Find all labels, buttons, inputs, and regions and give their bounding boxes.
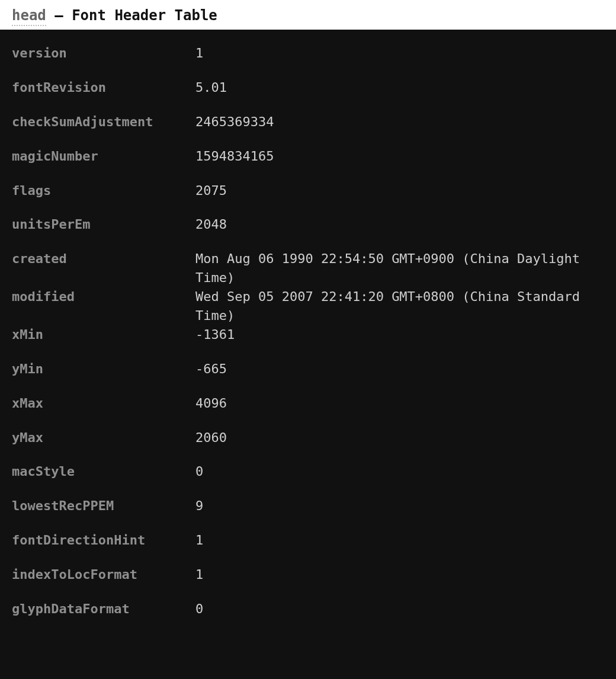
property-row: yMin-665 [12, 360, 604, 379]
property-value: -1361 [195, 325, 598, 344]
property-value: 0 [195, 600, 598, 619]
property-row: flags2075 [12, 181, 604, 200]
table-tag: head [12, 7, 46, 26]
property-key: magicNumber [12, 147, 195, 166]
property-value: 2465369334 [195, 113, 598, 132]
property-value: 1594834165 [195, 147, 598, 166]
property-row: xMax4096 [12, 394, 604, 413]
property-row: magicNumber1594834165 [12, 147, 604, 166]
property-value: 2075 [195, 181, 598, 200]
property-key: indexToLocFormat [12, 565, 195, 584]
table-title: Font Header Table [72, 7, 217, 24]
property-value: 1 [195, 565, 598, 584]
property-list: version1fontRevision5.01checkSumAdjustme… [0, 30, 616, 679]
property-value: Wed Sep 05 2007 22:41:20 GMT+0800 (China… [195, 287, 598, 325]
property-key: glyphDataFormat [12, 600, 195, 619]
property-value: 1 [195, 44, 598, 63]
header-separator: — [54, 7, 63, 24]
property-row: lowestRecPPEM9 [12, 497, 604, 515]
property-value: 0 [195, 462, 598, 481]
property-key: fontRevision [12, 78, 195, 97]
property-row: glyphDataFormat0 [12, 600, 604, 619]
font-header-panel: head — Font Header Table version1fontRev… [0, 0, 616, 679]
property-value: -665 [195, 360, 598, 379]
property-value: 9 [195, 497, 598, 515]
section-header: head — Font Header Table [0, 0, 616, 30]
property-row: macStyle0 [12, 462, 604, 481]
property-key: yMax [12, 428, 195, 447]
property-key: checkSumAdjustment [12, 113, 195, 132]
property-key: version [12, 44, 195, 63]
property-value: 2060 [195, 428, 598, 447]
property-key: unitsPerEm [12, 215, 195, 234]
property-row: unitsPerEm2048 [12, 215, 604, 234]
property-value: 2048 [195, 215, 598, 234]
property-key: modified [12, 287, 195, 306]
property-row: fontDirectionHint1 [12, 531, 604, 550]
property-row: version1 [12, 44, 604, 63]
property-value: 1 [195, 531, 598, 550]
property-key: xMax [12, 394, 195, 413]
property-row: checkSumAdjustment2465369334 [12, 113, 604, 132]
property-value: 5.01 [195, 78, 598, 97]
property-row: indexToLocFormat1 [12, 565, 604, 584]
property-row: createdMon Aug 06 1990 22:54:50 GMT+0900… [12, 249, 604, 287]
property-key: yMin [12, 360, 195, 379]
property-key: created [12, 249, 195, 268]
property-row: modifiedWed Sep 05 2007 22:41:20 GMT+080… [12, 287, 604, 325]
property-value: 4096 [195, 394, 598, 413]
property-value: Mon Aug 06 1990 22:54:50 GMT+0900 (China… [195, 249, 598, 287]
property-key: flags [12, 181, 195, 200]
property-key: macStyle [12, 462, 195, 481]
property-key: xMin [12, 325, 195, 344]
property-key: fontDirectionHint [12, 531, 195, 550]
property-row: fontRevision5.01 [12, 78, 604, 97]
property-row: xMin-1361 [12, 325, 604, 344]
property-key: lowestRecPPEM [12, 497, 195, 515]
property-row: yMax2060 [12, 428, 604, 447]
